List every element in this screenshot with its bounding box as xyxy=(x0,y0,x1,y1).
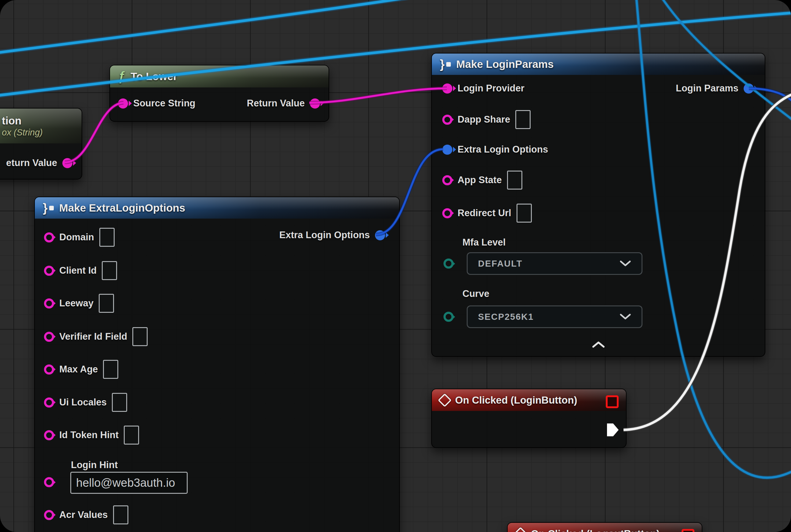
node-title: On Clicked (LoginButton) xyxy=(455,394,577,406)
pin-label: Acr Values xyxy=(59,509,108,520)
pin-row-redirect-url: Redirect Url xyxy=(442,204,532,223)
exec-output-pin[interactable] xyxy=(606,423,620,438)
text-value-box[interactable] xyxy=(102,261,117,280)
string-input-pin[interactable] xyxy=(44,477,54,487)
node-header[interactable]: } Make LoginParams xyxy=(432,54,765,75)
node-header[interactable]: On Clicked (LogoutButton) xyxy=(508,523,702,532)
string-input-pin[interactable] xyxy=(442,83,452,94)
curve-dropdown[interactable]: SECP256K1 xyxy=(467,305,642,328)
pin-label: Dapp Share xyxy=(458,114,510,125)
chevron-down-icon xyxy=(619,314,631,320)
pin-label: Extra Login Options xyxy=(458,144,548,155)
string-input-pin[interactable] xyxy=(44,299,54,308)
node-title: To Lower xyxy=(131,70,177,82)
text-value-box[interactable] xyxy=(112,393,127,412)
pin-row-extra-login-options-out: Extra Login Options xyxy=(279,230,385,241)
pin-row-acr-values: Acr Values xyxy=(44,506,128,524)
string-input-pin[interactable] xyxy=(44,430,54,440)
struct-input-pin[interactable] xyxy=(442,145,452,155)
node-title-fragment: tion xyxy=(2,115,21,127)
mfa-level-value: DEFAULT xyxy=(478,259,523,269)
pin-label: Login Params xyxy=(676,83,738,94)
pin-label: Return Value xyxy=(247,98,305,109)
text-value-box[interactable] xyxy=(99,294,114,313)
delegate-pin-icon[interactable] xyxy=(681,529,694,532)
node-header[interactable]: ƒ To Lower xyxy=(110,65,329,88)
mfa-level-label: Mfa Level xyxy=(462,237,505,248)
blueprint-graph-canvas[interactable]: tion ox (String) eturn Value ƒ To Lower … xyxy=(0,0,791,532)
string-input-pin[interactable] xyxy=(44,266,54,276)
pin-row-login-params-out: Login Params xyxy=(676,83,754,94)
pin-label: Verifier Id Field xyxy=(59,331,127,342)
pin-label: Ui Locales xyxy=(59,397,107,408)
string-output-pin[interactable] xyxy=(62,158,73,168)
collapse-node-button[interactable] xyxy=(592,341,605,349)
pin-row-ui-locales: Ui Locales xyxy=(44,393,127,412)
pin-label: Redirect Url xyxy=(458,208,512,218)
text-value-box[interactable] xyxy=(103,360,118,379)
pin-label: Domain xyxy=(59,232,94,243)
pin-row-app-state: App State xyxy=(442,171,522,190)
node-make-login-params[interactable]: } Make LoginParams Login Params Login Pr… xyxy=(431,53,765,357)
login-hint-input[interactable] xyxy=(70,472,188,494)
node-title: Make LoginParams xyxy=(456,58,554,70)
node-title: Make ExtraLoginOptions xyxy=(59,202,185,214)
string-input-pin[interactable] xyxy=(44,364,54,375)
string-input-pin[interactable] xyxy=(44,332,54,342)
node-header[interactable]: } Make ExtraLoginOptions xyxy=(35,197,399,218)
pin-row-leeway: Leeway xyxy=(44,294,114,313)
delegate-pin-icon[interactable] xyxy=(606,395,619,408)
enum-input-pin[interactable] xyxy=(443,259,454,269)
string-input-pin[interactable] xyxy=(44,510,54,520)
event-diamond-icon xyxy=(438,393,451,407)
string-output-pin[interactable] xyxy=(310,98,320,109)
pin-label: Client Id xyxy=(59,265,97,276)
curve-label: Curve xyxy=(462,288,489,299)
make-struct-icon: } xyxy=(43,201,54,215)
pin-label: Login Provider xyxy=(458,83,524,94)
string-input-pin[interactable] xyxy=(44,232,54,243)
string-input-pin[interactable] xyxy=(442,175,452,185)
pin-row-return-value: eturn Value xyxy=(6,157,73,169)
text-value-box[interactable] xyxy=(132,327,148,346)
text-value-box[interactable] xyxy=(517,204,532,223)
node-header[interactable]: tion ox (String) xyxy=(0,109,82,144)
pin-label: Id Token Hint xyxy=(59,430,119,441)
node-on-clicked-logout-button[interactable]: On Clicked (LogoutButton) xyxy=(507,522,702,532)
node-on-clicked-login-button[interactable]: On Clicked (LoginButton) xyxy=(431,388,626,448)
text-value-box[interactable] xyxy=(507,171,522,190)
pin-label: App State xyxy=(458,175,502,186)
node-to-lower[interactable]: ƒ To Lower Source String Return Value xyxy=(110,65,329,122)
pin-row-login-provider: Login Provider xyxy=(442,83,524,94)
struct-output-pin[interactable] xyxy=(744,83,754,94)
string-input-pin[interactable] xyxy=(118,98,128,109)
pin-row-client-id: Client Id xyxy=(44,261,117,280)
node-header[interactable]: On Clicked (LoginButton) xyxy=(432,389,626,411)
string-input-pin[interactable] xyxy=(442,208,452,218)
text-value-box[interactable] xyxy=(515,110,530,129)
pin-label: Source String xyxy=(133,98,195,109)
pin-label: Leeway xyxy=(59,298,94,309)
pin-label: Extra Login Options xyxy=(279,230,370,241)
mfa-level-dropdown[interactable]: DEFAULT xyxy=(467,252,642,275)
text-value-box[interactable] xyxy=(113,506,128,524)
pin-row-max-age: Max Age xyxy=(44,360,118,379)
node-text-getter-partial[interactable]: tion ox (String) eturn Value xyxy=(0,108,82,179)
pin-row-curve xyxy=(443,312,454,322)
node-make-extra-login-options[interactable]: } Make ExtraLoginOptions Extra Login Opt… xyxy=(34,196,400,532)
text-value-box[interactable] xyxy=(124,425,139,444)
function-icon: ƒ xyxy=(118,69,125,84)
pin-row-verifier-id-field: Verifier Id Field xyxy=(44,327,148,346)
pin-row-extra-login-options-in: Extra Login Options xyxy=(442,144,548,155)
pin-row-domain: Domain xyxy=(44,228,115,247)
make-struct-icon: } xyxy=(440,57,451,71)
pin-row-return-value: Return Value xyxy=(247,98,320,109)
string-input-pin[interactable] xyxy=(44,397,54,407)
struct-output-pin[interactable] xyxy=(375,230,385,240)
pin-row-login-hint xyxy=(44,477,54,487)
pin-row-id-token-hint: Id Token Hint xyxy=(44,425,139,444)
text-value-box[interactable] xyxy=(99,228,115,247)
enum-input-pin[interactable] xyxy=(443,312,454,322)
string-input-pin[interactable] xyxy=(442,115,452,125)
pin-label: eturn Value xyxy=(6,157,57,169)
